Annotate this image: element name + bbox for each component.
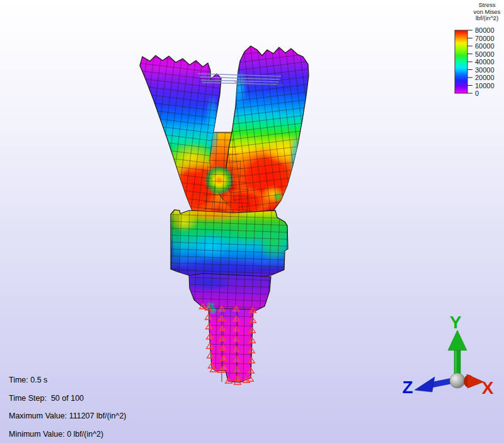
legend-tick-marks: [467, 30, 472, 93]
status-line-maximum-value: Maximum Value: 111207 lbf/(in^2): [9, 411, 127, 420]
fea-model[interactable]: [140, 46, 309, 384]
render-viewport[interactable]: Stress von Mises lbf/(in^2) 80000 70000 …: [0, 0, 504, 443]
legend-title-line: lbf/(in^2): [476, 14, 498, 21]
x-axis-label: X: [482, 378, 494, 398]
orientation-triad[interactable]: Y Z X: [402, 313, 493, 398]
y-axis-arrowhead: [448, 330, 467, 350]
legend-color-bar: [455, 30, 467, 93]
legend-tick-label: 40000: [475, 58, 495, 66]
status-line-minimum-value: Minimum Value: 0 lbf/(in^2): [9, 430, 103, 439]
stress-legend: Stress von Mises lbf/(in^2) 80000 70000 …: [455, 1, 501, 97]
status-line-time: Time: 0.5 s: [9, 376, 47, 384]
legend-tick-label: 30000: [475, 66, 495, 74]
legend-tick-label: 20000: [475, 74, 495, 81]
z-axis-label: Z: [402, 377, 413, 397]
legend-title-line: Stress: [479, 1, 496, 8]
status-line-time-step: Time Step: 50 of 100: [9, 394, 84, 403]
legend-tick-label: 70000: [475, 35, 495, 42]
legend-tick-label: 60000: [475, 42, 495, 50]
y-axis-label: Y: [450, 313, 462, 332]
mesh-overlay: [171, 210, 288, 278]
legend-title-line: von Mises: [474, 8, 501, 15]
z-axis-arrowhead: [415, 377, 435, 392]
legend-tick-label: 10000: [475, 82, 495, 89]
legend-tick-label: 50000: [475, 50, 495, 58]
legend-tick-label: 80000: [475, 26, 495, 34]
mesh-overlay: [226, 46, 309, 216]
legend-tick-label: 0: [475, 89, 479, 97]
triad-origin-sphere: [450, 373, 465, 388]
